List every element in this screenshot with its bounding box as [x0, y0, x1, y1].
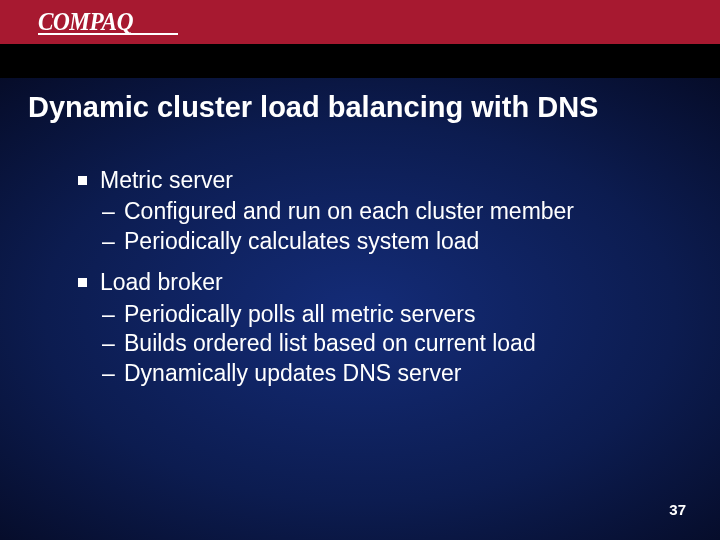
square-bullet-icon: [78, 278, 87, 287]
logo-text: COMPAQ: [38, 8, 133, 36]
subbullet-text: Periodically polls all metric servers: [124, 301, 476, 327]
page-number: 37: [669, 501, 686, 518]
subbullet: Dynamically updates DNS server: [78, 359, 678, 388]
bullet-metric-server: Metric server: [78, 166, 678, 195]
subbullet: Periodically polls all metric servers: [78, 300, 678, 329]
square-bullet-icon: [78, 176, 87, 185]
subbullet-text: Builds ordered list based on current loa…: [124, 330, 536, 356]
subbullet: Periodically calculates system load: [78, 227, 678, 256]
bullet-label: Metric server: [100, 167, 233, 193]
slide: COMPAQ Dynamic cluster load balancing wi…: [0, 0, 720, 540]
slide-body: Metric server Configured and run on each…: [78, 160, 678, 388]
bullet-label: Load broker: [100, 269, 223, 295]
subbullet-text: Periodically calculates system load: [124, 228, 479, 254]
spacer: [78, 256, 678, 262]
subbullet-text: Dynamically updates DNS server: [124, 360, 461, 386]
bullet-load-broker: Load broker: [78, 268, 678, 297]
subbullet: Configured and run on each cluster membe…: [78, 197, 678, 226]
subbullet: Builds ordered list based on current loa…: [78, 329, 678, 358]
subbullet-text: Configured and run on each cluster membe…: [124, 198, 574, 224]
compaq-logo: COMPAQ: [38, 8, 178, 35]
slide-title: Dynamic cluster load balancing with DNS: [28, 90, 692, 125]
